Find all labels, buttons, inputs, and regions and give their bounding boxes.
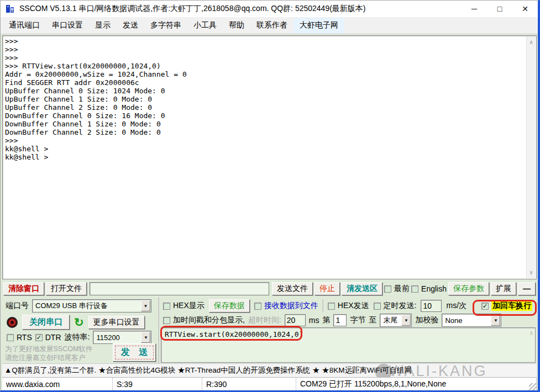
close-button[interactable]: ✕ (512, 1, 538, 17)
terminal-line: UpBuffer Channel 1 Size: 0 Mode: 0 (5, 95, 536, 103)
checksum-select[interactable]: None ▼ (442, 314, 501, 327)
recv-to-file-label: 接收数据到文件 (264, 301, 318, 311)
menu-serial-settings[interactable]: 串口设置 (46, 18, 89, 33)
ad-banner: WALI-KANG ▲Q群满员了,没有第二个群. ★合宙高性价比4G模块 ★RT… (2, 363, 537, 378)
rts-checkbox-box[interactable] (7, 334, 14, 341)
terminal-line: DownBuffer Channel 2 Size: 0 Mode: 0 (5, 128, 536, 136)
hex-display-checkbox-box[interactable] (163, 303, 170, 310)
menu-help[interactable]: 帮助 (223, 18, 250, 33)
menu-send[interactable]: 发送 (117, 18, 144, 33)
rts-label: RTS (17, 333, 32, 342)
english-checkbox-box[interactable] (411, 285, 418, 293)
scroll-up-icon[interactable]: ∧ (529, 329, 533, 337)
minimize-button[interactable]: ─ (462, 1, 487, 17)
more-serial-settings-button[interactable]: 更多串口设置 (88, 316, 145, 329)
timestamp-label: 加时间戳和分包显示, (173, 315, 245, 325)
status-website[interactable]: www.daxia.com (2, 378, 113, 391)
port-settings-panel: 端口号 COM29 USB 串行设备 ▼ 关闭串口 ↻ 更多串口设置 RTS ✓ (2, 297, 159, 363)
file-path-input[interactable] (90, 282, 269, 295)
app-icon (5, 3, 16, 14)
save-data-button[interactable]: 保存数据 (209, 299, 250, 312)
divider (323, 299, 323, 312)
topmost-checkbox-box[interactable] (384, 285, 391, 293)
terminal-line: >>> (5, 45, 536, 54)
maximize-button[interactable]: □ (487, 1, 512, 17)
menu-bar: 通讯端口 串口设置 显示 发送 多字符串 小工具 帮助 联系作者 大虾电子网 (1, 17, 538, 34)
timed-send-interval-input[interactable]: 10 (421, 300, 442, 312)
crlf-label: 加回车换行 (491, 301, 532, 311)
hex-display-checkbox[interactable]: HEX显示 (163, 301, 205, 311)
hex-send-label: HEX发送 (338, 301, 369, 311)
interval-unit-label: ms/次 (446, 301, 466, 311)
terminal-scrollbar[interactable]: ∧ ∨ (526, 36, 536, 278)
baud-label: 波特率: (65, 332, 90, 342)
recv-to-file-checkbox-box[interactable] (254, 303, 261, 310)
open-file-button[interactable]: 打开文件 (46, 282, 87, 295)
toolbar-row: 清除窗口 打开文件 发送文件 停止 清发送区 最前 English 保存参数 扩… (2, 280, 537, 297)
rts-checkbox[interactable]: RTS (7, 333, 32, 342)
scroll-down-icon[interactable]: ∨ (529, 267, 533, 278)
crlf-checkbox[interactable]: ✓ 加回车换行 (479, 300, 534, 312)
crlf-checkbox-box[interactable]: ✓ (481, 303, 489, 310)
timed-send-checkbox-box[interactable] (374, 303, 381, 310)
send-text-area[interactable]: RTTView.start(0x20000000,1024,0) ∧ (161, 327, 536, 363)
menu-tools[interactable]: 小工具 (187, 18, 223, 33)
terminal-line: Addr = 0x20000000,wSize = 1024,Channel =… (5, 70, 536, 78)
timed-send-checkbox[interactable]: 定时发送: (374, 301, 417, 311)
hex-send-checkbox-box[interactable] (328, 303, 335, 310)
byte-from-input[interactable]: 1 (333, 314, 347, 326)
checksum-select-value: None (445, 316, 462, 325)
dtr-checkbox-box[interactable]: ✓ (35, 334, 43, 341)
status-recv-count: R:390 (202, 378, 296, 391)
port-select[interactable]: COM29 USB 串行设备 ▼ (32, 299, 151, 312)
terminal-line: UpBuffer Channel 2 Size: 0 Mode: 0 (5, 103, 536, 112)
timestamp-checkbox-box[interactable] (163, 317, 170, 324)
topmost-checkbox[interactable]: 最前 (384, 284, 410, 294)
promo-line-1: 为了更好地发展SSCOM软件 (5, 345, 92, 353)
clear-send-area-button[interactable]: 清发送区 (342, 282, 382, 295)
port-status-led (7, 317, 18, 328)
hex-send-checkbox[interactable]: HEX发送 (328, 301, 369, 311)
timeout-input[interactable]: 20 (285, 314, 306, 326)
terminal-line: >>> (5, 37, 536, 45)
to-label: 至 (369, 315, 376, 325)
terminal-output[interactable]: >>> >>> >>> >>> RTTView.start(0x20000000… (2, 35, 537, 279)
save-params-button[interactable]: 保存参数 (448, 282, 489, 295)
menu-display[interactable]: 显示 (89, 18, 117, 33)
send-file-button[interactable]: 发送文件 (272, 282, 313, 295)
to-select[interactable]: 末尾 ▼ (380, 314, 412, 327)
stop-button[interactable]: 停止 (314, 282, 340, 295)
refresh-ports-icon[interactable]: ↻ (74, 316, 84, 328)
terminal-line: kk@shell > (5, 145, 536, 153)
terminal-line: >>> (5, 136, 536, 145)
menu-multi-string[interactable]: 多字符串 (144, 18, 187, 33)
timeout-unit-label: ms (309, 316, 319, 325)
dtr-checkbox[interactable]: ✓ DTR (35, 333, 61, 342)
extend-button[interactable]: 扩展 (491, 282, 516, 295)
english-label: English (421, 284, 447, 293)
timestamp-checkbox[interactable]: 加时间戳和分包显示, (163, 315, 245, 325)
timeout-label: 超时时间: (248, 315, 281, 325)
options-panel: HEX显示 保存数据 接收数据到文件 HEX发送 定时发送: 10 ms/次 (160, 297, 537, 363)
chevron-down-icon[interactable]: ▼ (401, 315, 411, 326)
menu-contact-author[interactable]: 联系作者 (250, 18, 293, 33)
menu-daxia-website[interactable]: 大虾电子网 (293, 18, 344, 33)
byte-label: 字节 (350, 315, 365, 325)
ad-banner-text[interactable]: ▲Q群满员了,没有第二个群. ★合宙高性价比4G模块 ★RT-Thread中国人… (2, 365, 412, 375)
chevron-down-icon[interactable]: ▼ (141, 332, 150, 343)
english-checkbox[interactable]: English (411, 284, 447, 293)
clear-window-button[interactable]: 清除窗口 (3, 282, 44, 295)
scroll-up-icon[interactable]: ∧ (529, 36, 533, 48)
byte-from-label: 第 (322, 315, 330, 325)
recv-to-file-checkbox[interactable]: 接收数据到文件 (254, 301, 318, 311)
menu-comm-port[interactable]: 通讯端口 (3, 18, 46, 33)
send-button[interactable]: 发 送 (113, 343, 156, 362)
resize-grip[interactable] (529, 383, 537, 391)
chevron-down-icon[interactable]: ▼ (491, 315, 500, 326)
collapse-button[interactable]: — (518, 282, 536, 295)
close-port-button[interactable]: 关闭串口 (22, 315, 70, 330)
promo-text: 为了更好地发展SSCOM软件 请您注册嘉立创F结尾客户 (5, 345, 92, 362)
port-select-value: COM29 USB 串行设备 (35, 301, 108, 311)
baud-select[interactable]: 115200 ▼ (93, 331, 151, 344)
chevron-down-icon[interactable]: ▼ (141, 300, 150, 311)
